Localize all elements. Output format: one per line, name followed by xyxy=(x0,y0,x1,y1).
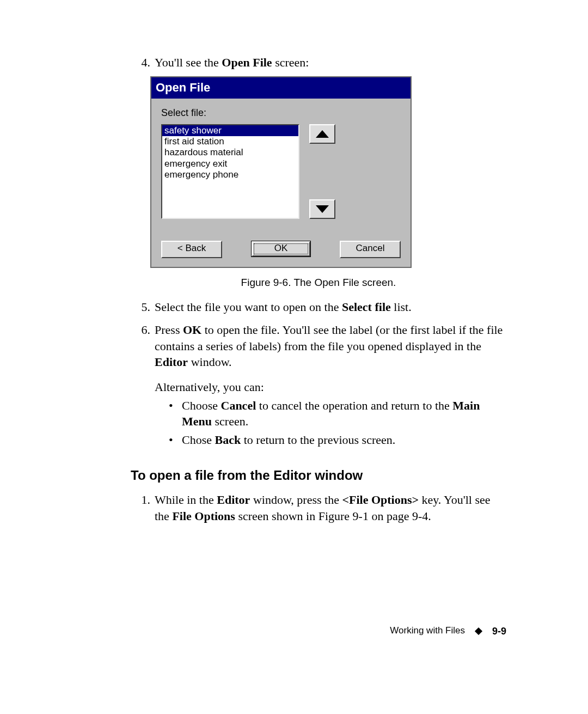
text: Choose xyxy=(182,399,221,412)
bold: Editor xyxy=(155,355,188,369)
step-6-text: Press OK to open the file. You'll see th… xyxy=(155,322,506,450)
ok-button-outer[interactable]: OK xyxy=(251,241,311,257)
text: Chose xyxy=(182,433,215,447)
triangle-up-icon xyxy=(316,130,329,138)
text: list. xyxy=(391,300,412,314)
bold: Editor xyxy=(217,493,250,506)
file-option[interactable]: first aid station xyxy=(162,136,298,147)
back-button[interactable]: < Back xyxy=(161,241,222,258)
bold: Open File xyxy=(222,56,272,69)
bold: OK xyxy=(183,323,201,337)
step-4: 4. You'll see the Open File screen: xyxy=(131,54,506,71)
scroll-down-button[interactable] xyxy=(309,199,335,219)
step-5-text: Select the file you want to open on the … xyxy=(155,299,506,315)
footer-page-number: 9-9 xyxy=(492,625,506,638)
text: window, press the xyxy=(250,493,342,506)
page-footer: Working with Files 9-9 xyxy=(390,625,506,638)
open-file-dialog: Open File Select file: safety shower fir… xyxy=(150,76,412,268)
ok-button[interactable]: OK xyxy=(252,241,310,257)
open-file-dialog-figure: Open File Select file: safety shower fir… xyxy=(150,76,506,268)
bullet-icon: • xyxy=(169,432,182,448)
file-option[interactable]: emergency exit xyxy=(162,158,298,169)
bold: <File Options> xyxy=(342,493,419,506)
file-option[interactable]: emergency phone xyxy=(162,169,298,180)
dialog-titlebar: Open File xyxy=(151,77,411,99)
triangle-down-icon xyxy=(316,205,329,213)
diamond-icon xyxy=(475,627,482,635)
bullet-back: • Chose Back to return to the previous s… xyxy=(169,432,506,448)
text: You'll see the xyxy=(155,56,222,69)
step-4-text: You'll see the Open File screen: xyxy=(155,54,506,71)
bold: File Options xyxy=(172,509,235,523)
footer-chapter-title: Working with Files xyxy=(390,625,465,637)
step-4-number: 4. xyxy=(131,54,155,71)
section-heading: To open a file from the Editor window xyxy=(131,467,506,484)
bold: Back xyxy=(215,433,241,447)
text: screen: xyxy=(272,56,309,69)
text: Select the file you want to open on the xyxy=(155,300,342,314)
text: to return to the previous screen. xyxy=(241,433,395,447)
bold: Cancel xyxy=(221,399,256,412)
text: While in the xyxy=(155,493,217,506)
text: Press xyxy=(155,323,183,337)
step-6: 6. Press OK to open the file. You'll see… xyxy=(131,322,506,450)
cancel-button[interactable]: Cancel xyxy=(340,241,401,258)
file-option[interactable]: hazardous material xyxy=(162,147,298,158)
section2-step-1-number: 1. xyxy=(131,492,155,524)
alternatively-label: Alternatively, you can: xyxy=(155,379,506,395)
select-file-label: Select file: xyxy=(161,106,401,119)
text: screen shown in Figure 9-1 on page 9-4. xyxy=(235,509,431,523)
file-listbox[interactable]: safety shower first aid station hazardou… xyxy=(161,124,299,219)
text: to cancel the operation and return to th… xyxy=(256,399,452,412)
scroll-up-button[interactable] xyxy=(309,124,335,144)
bold: Select file xyxy=(342,300,391,314)
text: to open the file. You'll see the label (… xyxy=(155,323,503,353)
bullet-icon: • xyxy=(169,398,182,430)
step-5-number: 5. xyxy=(131,299,155,315)
file-option-selected[interactable]: safety shower xyxy=(162,125,298,136)
text: screen. xyxy=(212,414,248,428)
section2-step-1: 1. While in the Editor window, press the… xyxy=(131,492,506,524)
step-6-number: 6. xyxy=(131,322,155,450)
step-5: 5. Select the file you want to open on t… xyxy=(131,299,506,315)
text: window. xyxy=(188,355,231,369)
figure-caption: Figure 9-6. The Open File screen. xyxy=(131,276,506,290)
bullet-cancel: • Choose Cancel to cancel the operation … xyxy=(169,398,506,430)
section2-step-1-text: While in the Editor window, press the <F… xyxy=(155,492,506,524)
